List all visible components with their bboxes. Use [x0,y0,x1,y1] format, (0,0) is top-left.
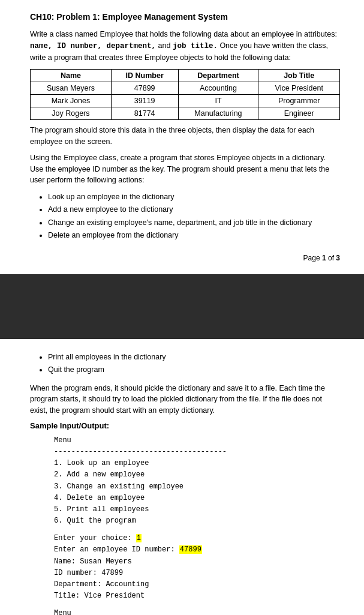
title-output: Title: Vice President [54,590,340,602]
table-cell: 39119 [111,95,178,107]
menu-item: 1. Look up an employee [54,458,340,469]
page-label: Page [303,254,322,262]
list-item: Quit the program [48,364,340,376]
page-number: Page 1 of 3 [30,254,340,262]
list-item: Delete an employee from the dictionary [48,229,340,242]
list-item: Change an existing employee's name, depa… [48,217,340,229]
sample-label: Sample Input/Output: [30,421,340,430]
table-cell: Manufacturing [178,107,258,120]
table-cell: Joy Rogers [31,107,112,120]
table-header-row: Name ID Number Department Job Title [31,70,340,82]
intro-and: and [158,41,173,50]
para1: The program should store this data in th… [30,125,340,148]
table-cell: Programmer [258,95,340,107]
menu-item: 4. Delete an employee [54,493,340,504]
intro-code-name: name, ID number, department, [30,42,156,50]
prompt2-text: Enter an employee ID number: [54,545,179,554]
table-cell: 47899 [111,82,178,95]
table-cell: Susan Meyers [31,82,112,95]
col-name: Name [31,70,112,82]
menu-item: 5. Print all employees [54,504,340,515]
page-divider [0,274,364,291]
prompt1-text: Enter your choice: [54,534,136,542]
prompt-line-1: Enter your choice: 1 [54,533,340,544]
page-of: of [328,254,336,262]
bullet-list-2: Print all employees in the dictionaryQui… [48,351,340,377]
para3: When the program ends, it should pickle … [30,383,340,416]
page-2: Print all employees in the dictionaryQui… [0,339,364,615]
menu-title-1: Menu [54,435,340,446]
intro-paragraph: Write a class named Employee that holds … [30,29,340,63]
col-dept: Department [178,70,258,82]
page-current: 1 [322,254,326,262]
dept-output: Department: Accounting [54,579,340,590]
menu-item: 6. Quit the program [54,515,340,527]
col-id: ID Number [111,70,178,82]
menu-item: 3. Change an existing employee [54,481,340,493]
table-cell: Vice President [258,82,340,95]
id-output: ID number: 47899 [54,568,340,579]
intro-text-start: Write a class named Employee that holds … [30,30,337,38]
dark-spacer [0,291,364,339]
table-row: Mark Jones39119ITProgrammer [31,95,340,107]
choice-highlight-1: 1 [136,534,142,542]
list-item: Print all employees in the dictionary [48,351,340,364]
list-item: Add a new employee to the dictionary [48,203,340,216]
page-total: 3 [336,254,340,262]
page-title: CH10: Problem 1: Employee Management Sys… [30,12,340,22]
id-highlight: 47899 [179,545,202,554]
menu-item: 2. Add a new employee [54,469,340,481]
menu-items-1: 1. Look up an employee2. Add a new emplo… [54,458,340,527]
table-cell: IT [178,95,258,107]
code-block: Menu -----------------------------------… [54,435,340,615]
bullet-list-1: Look up an employee in the dictionaryAdd… [48,191,340,242]
page-1: CH10: Problem 1: Employee Management Sys… [0,0,364,274]
table-cell: Engineer [258,107,340,120]
list-item: Look up an employee in the dictionary [48,191,340,203]
para2: Using the Employee class, create a progr… [30,152,340,186]
table-cell: Mark Jones [31,95,112,107]
intro-code-job: job title. [173,42,218,50]
table-row: Susan Meyers47899AccountingVice Presiden… [31,82,340,95]
table-cell: Accounting [178,82,258,95]
col-job: Job Title [258,70,340,82]
menu-divider-1: ---------------------------------------- [54,446,340,458]
prompt-line-2: Enter an employee ID number: 47899 [54,544,340,556]
table-cell: 81774 [111,107,178,120]
employee-table: Name ID Number Department Job Title Susa… [30,69,340,120]
table-row: Joy Rogers81774ManufacturingEngineer [31,107,340,120]
menu-title-2: Menu [54,608,340,615]
name-output: Name: Susan Meyers [54,556,340,568]
